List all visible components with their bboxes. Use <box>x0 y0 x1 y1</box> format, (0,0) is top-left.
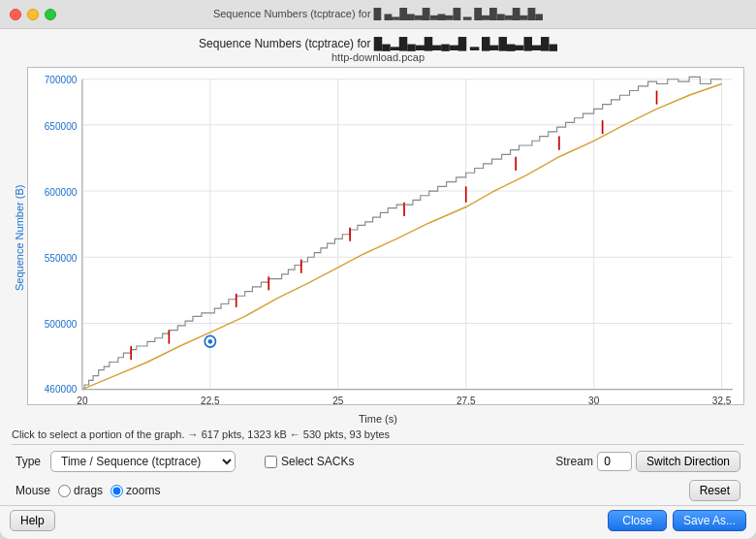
save-button[interactable]: Save As... <box>673 510 746 531</box>
window-title: Sequence Numbers (tcptrace) for █ ▄▂█▄▃█… <box>213 8 543 20</box>
svg-text:700000: 700000 <box>45 75 78 85</box>
chart-area[interactable]: 700000 650000 600000 550000 500000 46000… <box>27 67 744 405</box>
sackscheck-group: Select SACKs <box>265 455 354 468</box>
type-label: Type <box>16 455 41 468</box>
content-area: Sequence Numbers (tcptrace) for █▄▂█▄▃█▃… <box>0 29 756 505</box>
chart-wrapper: Sequence Number (B) <box>12 67 744 409</box>
titlebar: Sequence Numbers (tcptrace) for █ ▄▂█▄▃█… <box>0 0 756 29</box>
y-axis-label: Sequence Number (B) <box>12 67 27 409</box>
minimize-traffic-light[interactable] <box>27 9 39 20</box>
svg-text:550000: 550000 <box>45 253 78 264</box>
svg-text:30: 30 <box>588 396 599 404</box>
svg-text:22.5: 22.5 <box>201 396 220 404</box>
zooms-radio[interactable] <box>110 485 123 497</box>
switch-direction-button[interactable]: Switch Direction <box>636 451 740 472</box>
svg-text:27.5: 27.5 <box>457 396 476 404</box>
svg-text:650000: 650000 <box>45 120 78 131</box>
chart-title: Sequence Numbers (tcptrace) for █▄▂█▄▃█▃… <box>12 37 744 50</box>
fullscreen-traffic-light[interactable] <box>45 9 56 20</box>
stream-group: Stream Switch Direction <box>555 451 740 472</box>
controls-row1: Type Time / Sequence (tcptrace) Time / S… <box>12 444 744 476</box>
svg-text:32.5: 32.5 <box>712 396 732 404</box>
stream-label: Stream <box>555 455 593 468</box>
chart-svg: 700000 650000 600000 550000 500000 46000… <box>28 68 743 404</box>
svg-point-37 <box>208 339 212 344</box>
mouse-label: Mouse <box>16 484 50 497</box>
type-select[interactable]: Time / Sequence (tcptrace) Time / Sequen… <box>50 451 236 472</box>
svg-text:460000: 460000 <box>45 384 78 395</box>
svg-text:25: 25 <box>332 396 343 404</box>
stream-input[interactable] <box>597 452 632 471</box>
svg-text:20: 20 <box>77 396 87 404</box>
drags-radio-item: drags <box>58 484 103 497</box>
traffic-lights <box>10 9 56 20</box>
main-window: Sequence Numbers (tcptrace) for █ ▄▂█▄▃█… <box>0 0 756 539</box>
close-traffic-light[interactable] <box>10 9 21 20</box>
svg-text:600000: 600000 <box>45 187 78 198</box>
sackscheck-checkbox[interactable] <box>265 456 277 468</box>
drags-radio[interactable] <box>58 485 71 497</box>
status-bar: Click to select a portion of the graph. … <box>12 427 744 444</box>
controls-row2: Mouse drags zooms Reset <box>12 476 744 505</box>
sackscheck-label[interactable]: Select SACKs <box>281 455 354 468</box>
reset-button[interactable]: Reset <box>689 480 740 501</box>
zooms-label[interactable]: zooms <box>126 484 160 497</box>
close-button[interactable]: Close <box>608 510 667 531</box>
help-button[interactable]: Help <box>10 510 55 531</box>
svg-text:500000: 500000 <box>45 319 78 330</box>
zooms-radio-item: zooms <box>110 484 160 497</box>
bottom-bar: Help Close Save As... <box>0 505 756 539</box>
chart-subtitle: http-download.pcap <box>12 51 744 63</box>
drags-label[interactable]: drags <box>74 484 103 497</box>
x-axis-label: Time (s) <box>12 413 744 425</box>
